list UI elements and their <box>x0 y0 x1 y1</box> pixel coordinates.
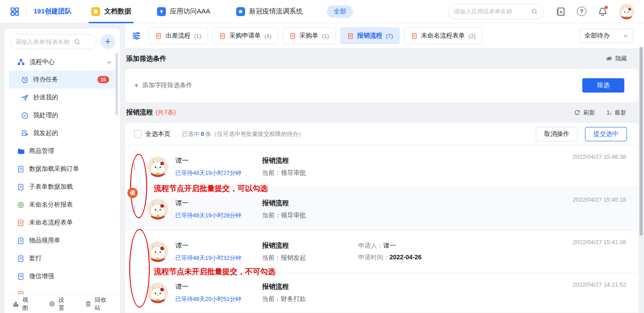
filter-toggle-icon[interactable] <box>131 31 141 41</box>
global-search[interactable] <box>448 4 544 19</box>
tab-label: 出差流程 <box>165 32 191 40</box>
tab-count: (1) <box>322 33 329 39</box>
submit-selected-button[interactable]: 提交选中 <box>585 127 627 141</box>
address-book-icon[interactable]: A <box>555 7 565 17</box>
row-timestamp: 2022/04/27 14:21:52 <box>573 281 626 288</box>
sidebar-item-cc-to-me[interactable]: 抄送我的 <box>9 89 115 106</box>
sidebar-item-wechat-enhance[interactable]: 微信增强 <box>4 267 120 285</box>
add-filter-field-label: 添加字段筛选条件 <box>142 81 192 89</box>
sort-latest-button[interactable]: 1↓ 最新 <box>606 109 626 117</box>
row-checkbox[interactable] <box>134 162 135 171</box>
wait-duration: 已等待48天20小时51分钟 <box>175 295 262 303</box>
tab-unnamed-process-form[interactable]: 未命名流程表单 (2) <box>404 27 483 44</box>
filter-card: + 添加字段筛选条件 筛选 <box>125 69 639 102</box>
app-tab-covid[interactable]: 新冠疫情流调系统 <box>236 0 303 23</box>
views-button[interactable]: 视图 <box>13 296 34 312</box>
row-timestamp: 2022/04/27 15:41:38 <box>573 239 626 245</box>
sidebar-item-subform-data-load[interactable]: 子表单数据加载 <box>4 178 120 196</box>
chevron-down-icon <box>106 59 112 65</box>
applicant-value: 谭一 <box>383 242 396 249</box>
cancel-action-button[interactable]: 取消操作 <box>536 127 578 141</box>
sidebar-search[interactable] <box>10 34 97 49</box>
sidebar-item-print-template[interactable]: 套打 <box>4 250 120 267</box>
list-header: 报销流程 (共7条) 刷新 1↓ 最新 <box>125 102 644 123</box>
check-circle-icon <box>21 112 29 119</box>
sidebar-search-input[interactable] <box>16 38 74 45</box>
sidebar-item-label: 未命名流程表单 <box>29 219 73 227</box>
sidebar-item-data-load-po[interactable]: 数据加载采购订单 <box>4 160 120 178</box>
refresh-button[interactable]: 刷新 <box>574 109 595 117</box>
current-node: 当前：领导审批 <box>262 169 358 177</box>
sidebar-item-label: 我处理的 <box>33 111 58 119</box>
current-node: 当前：报销发起 <box>262 254 358 262</box>
avatar <box>148 156 168 177</box>
notification-bell-icon[interactable] <box>598 7 607 17</box>
apply-time-label: 申请时间： <box>358 254 390 261</box>
sidebar-group-process-center[interactable]: 流程中心 <box>4 54 120 71</box>
form-doc-icon <box>17 273 25 280</box>
tab-purchase-request[interactable]: 采购申请单 (4) <box>212 27 278 44</box>
tab-count: (2) <box>469 33 476 39</box>
select-all-label: 全选本页 <box>145 130 170 138</box>
target-report-icon <box>17 201 25 209</box>
wait-duration: 已等待48天19小时32分钟 <box>175 254 262 262</box>
sidebar-item-label: 抄送我的 <box>33 93 58 102</box>
sidebar-item-handled-by-me[interactable]: 我处理的 <box>9 106 115 124</box>
add-filter-field-button[interactable]: + 添加字段筛选条件 <box>134 81 192 90</box>
global-search-input[interactable] <box>454 8 531 15</box>
sidebar-item-label: 待办任务 <box>33 76 58 84</box>
sidebar-item-label: 套打 <box>29 254 42 262</box>
add-form-button[interactable]: + <box>100 34 115 49</box>
folder-icon <box>17 148 25 155</box>
help-icon[interactable]: ? <box>577 7 586 16</box>
assignee-name: 谭一 <box>175 241 262 250</box>
recycle-label: 回收站 <box>95 296 112 312</box>
tab-count: (4) <box>264 33 271 39</box>
avatar <box>148 283 168 303</box>
todo-scope-select[interactable]: 全部待办 <box>580 29 633 43</box>
tab-count: (7) <box>386 33 393 39</box>
select-all-checkbox[interactable] <box>134 130 142 138</box>
sidebar-item-label: 我发起的 <box>33 129 58 137</box>
notification-dot <box>605 6 608 9</box>
selected-count: 0 <box>199 131 205 137</box>
tab-reimbursement[interactable]: 报销流程 (7) <box>340 27 400 44</box>
sidebar-item-supplies-form[interactable]: 物品领用单 <box>4 232 120 250</box>
main-scrollbar[interactable] <box>640 47 643 236</box>
org-chart-icon <box>17 58 25 66</box>
urge-badge[interactable]: 催 <box>127 188 138 198</box>
settings-button[interactable]: 设置 <box>49 296 70 312</box>
task-row[interactable]: 谭一 已等待48天20小时51分钟 报销流程 当前：财务打款 2022/04/2… <box>125 273 639 313</box>
hide-filters-link[interactable]: 隐藏 <box>606 55 627 63</box>
all-apps-pill[interactable]: 全部 <box>327 5 353 18</box>
team-name[interactable]: 191创建团队 <box>34 7 72 16</box>
task-row[interactable]: 谭一 已等待48天19小时32分钟 报销流程 当前：报销发起 申请人：谭一 申请… <box>125 230 639 273</box>
hide-label: 隐藏 <box>615 55 627 63</box>
row-timestamp: 2022/04/27 15:45:18 <box>573 196 626 203</box>
sidebar-item-todo-tasks[interactable]: 待办任务 15 <box>9 71 115 89</box>
app-tab-access[interactable]: 应用访问AAA <box>157 0 210 23</box>
box-app-icon <box>236 7 245 16</box>
tab-business-trip[interactable]: 出差流程 (1) <box>148 27 208 44</box>
sidebar-scrollbar[interactable] <box>115 53 118 115</box>
sidebar-item-unnamed-report[interactable]: 未命名分析报表 <box>4 196 120 214</box>
sidebar-item-product-mgmt[interactable]: 商品管理 <box>4 142 120 160</box>
apply-filter-button[interactable]: 筛选 <box>582 78 624 93</box>
form-doc-icon <box>17 183 25 191</box>
sidebar-item-unnamed-process-form[interactable]: 未命名流程表单 <box>4 214 120 232</box>
tab-label: 未命名流程表单 <box>421 32 465 40</box>
sidebar-item-started-by-me[interactable]: 我发起的 <box>9 124 115 142</box>
tab-purchase-order[interactable]: 采购单 (1) <box>283 27 336 44</box>
current-node: 当前：领导审批 <box>262 211 358 220</box>
assignee-name: 谭一 <box>175 199 262 207</box>
settings-label: 设置 <box>59 296 70 312</box>
task-row[interactable]: 谭一 已等待48天19小时28分钟 报销流程 当前：领导审批 2022/04/2… <box>125 188 639 230</box>
app-tab-docs[interactable]: 文档数据 <box>91 0 131 23</box>
task-row[interactable]: 谭一 已等待48天19小时27分钟 报销流程 当前：领导审批 2022/04/2… <box>125 145 639 188</box>
recycle-bin-button[interactable]: 回收站 <box>85 296 112 312</box>
assignee-name: 谭一 <box>175 283 262 291</box>
user-avatar[interactable] <box>619 4 634 19</box>
apps-grid-icon[interactable] <box>10 7 20 17</box>
current-node: 当前：财务打款 <box>262 295 358 303</box>
row-checkbox[interactable] <box>134 205 135 213</box>
